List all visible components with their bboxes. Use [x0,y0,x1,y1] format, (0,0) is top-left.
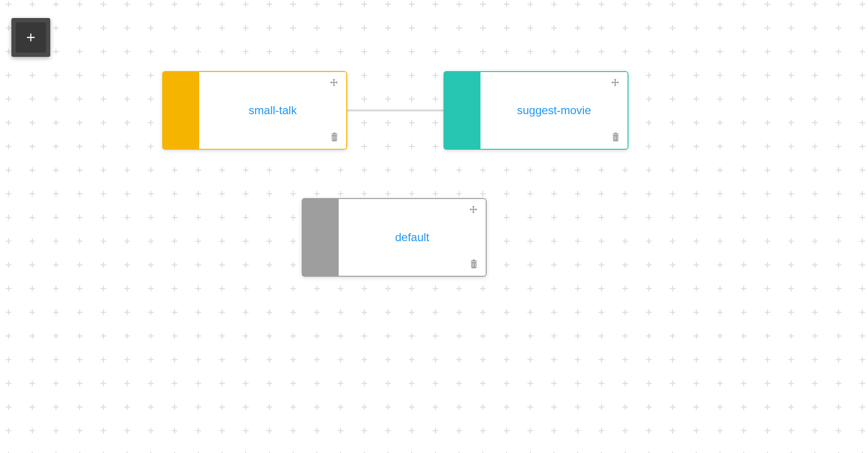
node-suggest-movie[interactable]: suggest-movie [443,71,628,150]
edge-small-talk-to-suggest-movie [347,109,443,111]
node-body: small-talk [199,71,347,150]
trash-icon [469,259,479,269]
flow-canvas[interactable]: small-talk suggest-movie [0,0,868,453]
delete-button[interactable] [610,132,621,143]
node-body: suggest-movie [480,71,628,150]
move-handle[interactable] [609,78,621,89]
node-color-strip [162,71,199,150]
move-icon [609,78,621,89]
node-small-talk[interactable]: small-talk [162,71,347,150]
node-label: suggest-movie [517,104,591,117]
move-icon [328,78,340,89]
trash-icon [610,132,621,142]
delete-button[interactable] [329,132,340,143]
node-label: default [395,231,429,244]
node-color-strip [443,71,480,150]
add-node-panel [11,18,50,57]
node-body: default [339,198,487,277]
node-default[interactable]: default [302,198,487,277]
delete-button[interactable] [469,259,479,270]
add-node-button[interactable] [16,22,46,53]
plus-icon [24,31,37,44]
node-label: small-talk [249,104,296,117]
trash-icon [329,132,340,142]
move-icon [468,205,479,216]
move-handle[interactable] [328,78,340,89]
move-handle[interactable] [468,205,479,216]
node-color-strip [302,198,339,277]
